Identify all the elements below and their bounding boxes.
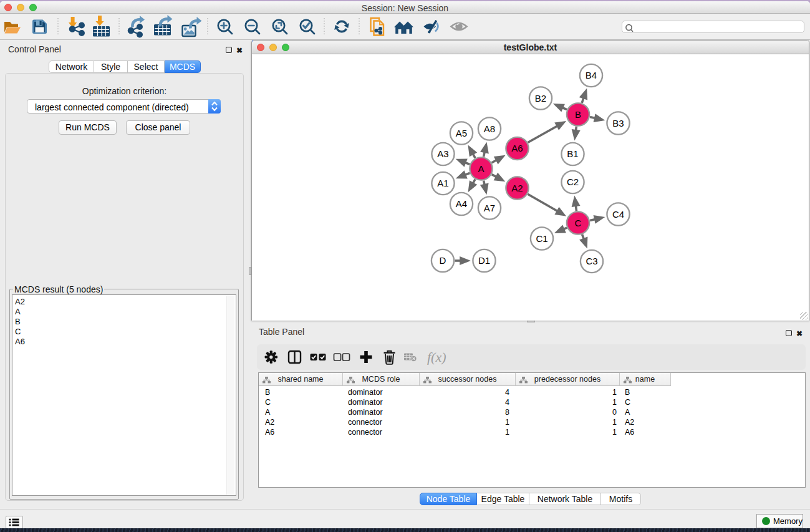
svg-text:C1: C1: [536, 233, 547, 244]
svg-text:A5: A5: [456, 128, 467, 138]
svg-text:C3: C3: [586, 256, 597, 266]
svg-text:D: D: [440, 255, 446, 266]
svg-text:C: C: [575, 218, 582, 228]
svg-text:f(x): f(x): [427, 349, 446, 365]
svg-text:A7: A7: [484, 203, 495, 213]
svg-text:B4: B4: [586, 70, 597, 80]
svg-text:A4: A4: [456, 198, 467, 209]
svg-text:A: A: [478, 163, 484, 174]
svg-text:B: B: [575, 109, 581, 120]
svg-text:A2: A2: [511, 183, 523, 193]
svg-text:B2: B2: [535, 93, 546, 104]
svg-text:B3: B3: [612, 118, 624, 128]
svg-text:C2: C2: [567, 177, 579, 187]
svg-text:C4: C4: [612, 209, 624, 220]
svg-text:B1: B1: [567, 148, 578, 159]
svg-text:A8: A8: [484, 123, 495, 134]
svg-text:D1: D1: [478, 255, 490, 266]
svg-text:A6: A6: [511, 143, 523, 153]
svg-text:A1: A1: [437, 178, 448, 188]
svg-text:A3: A3: [437, 148, 448, 159]
